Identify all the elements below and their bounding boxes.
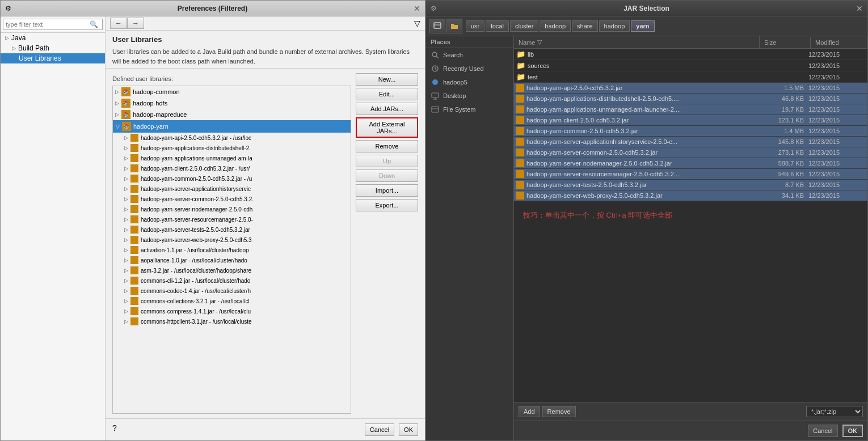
list-item[interactable]: ▷ aopalliance-1.0.jar - /usr/local/clust… [113,255,351,265]
table-row[interactable]: hadoop-yarn-api-2.5.0-cdh5.3.2.jar 1.5 M… [514,83,867,94]
place-recently-used[interactable]: Recently Used [426,62,513,75]
table-row[interactable]: 📁 test 12/23/2015 [514,71,867,83]
toolbar-share-btn[interactable]: share [572,20,598,32]
sidebar-item-java[interactable]: ▷ Java [1,33,105,43]
list-item[interactable]: ▷ activation-1.1.jar - /usr/local/cluste… [113,245,351,255]
place-filesystem[interactable]: File System [426,103,513,116]
toolbar-hadoop-btn[interactable]: hadoop [540,20,571,32]
sidebar-item-buildpath[interactable]: ▷ Build Path [1,43,105,53]
new-button[interactable]: New... [356,73,418,86]
table-row[interactable]: hadoop-yarn-applications-unmanaged-am-la… [514,104,867,115]
up-button[interactable]: Up [356,155,418,167]
list-item[interactable]: ▷ 📚 hadoop-common [113,86,351,97]
table-row[interactable]: hadoop-yarn-client-2.5.0-cdh5.3.2.jar 12… [514,115,867,126]
toolbar-yarn-btn[interactable]: yarn [631,20,654,32]
toolbar-hadoop2-btn[interactable]: hadoop [599,20,630,32]
down-button[interactable]: Down [356,169,418,182]
toolbar-usr-btn[interactable]: usr [466,20,484,32]
svg-rect-0 [434,23,441,28]
remove-button[interactable]: Remove [356,140,418,152]
sidebar-item-userlibraries[interactable]: User Libraries [1,53,105,63]
add-jars-button[interactable]: Add JARs... [356,103,418,115]
edit-button[interactable]: Edit... [356,88,418,100]
filter-input[interactable] [3,19,103,30]
toolbar-icon-btn[interactable] [429,19,445,33]
file-modified: 12/23/2015 [808,138,865,145]
list-item[interactable]: ▷ hadoop-yarn-api-2.5.0-cdh5.3.2.jar - /… [113,133,351,143]
list-item[interactable]: ▷ hadoop-yarn-server-common-2.5.0-cdh5.3… [113,194,351,204]
lib-list[interactable]: ▷ 📚 hadoop-common ▷ 📚 hadoop-hdfs ▷ [112,86,351,414]
folder-icon: 📁 [516,50,525,58]
list-item-hadoop-yarn[interactable]: ▽ 📚 hadoop-yarn [113,120,351,133]
jar-cancel-button[interactable]: Cancel [808,425,837,437]
add-external-jars-button[interactable]: Add External JARs... [356,117,418,138]
jar-footer-buttons: Add Remove [519,406,576,417]
place-search[interactable]: Search [426,48,513,62]
file-list[interactable]: 📁 lib 12/23/2015 📁 sources 12/23/2015 [514,49,867,402]
toolbar-local-btn[interactable]: local [486,20,509,32]
jar-add-button[interactable]: Add [519,406,540,417]
place-hadoop5[interactable]: hadoop5 [426,75,513,89]
file-modified: 12/23/2015 [808,74,865,80]
table-row[interactable]: hadoop-yarn-server-common-2.5.0-cdh5.3.2… [514,147,867,158]
jar-icon [130,266,138,274]
place-desktop[interactable]: Desktop [426,89,513,103]
pref-cancel-button[interactable]: Cancel [365,423,394,436]
table-row[interactable]: 📁 sources 12/23/2015 [514,60,867,71]
expand-arrow: ▷ [124,237,128,243]
pref-ok-button[interactable]: OK [399,423,418,436]
file-modified: 12/23/2015 [808,84,865,91]
jar-titlebar: ⚙ JAR Selection ✕ [426,1,867,16]
list-item[interactable]: ▷ commons-collections-3.2.1.jar - /usr/l… [113,296,351,306]
list-item[interactable]: ▷ commons-compress-1.4.1.jar - /usr/loca… [113,306,351,316]
file-size: 1.5 MB [757,84,808,91]
toolbar-folder-btn[interactable] [446,19,462,33]
list-item[interactable]: ▷ hadoop-yarn-applications-unmanaged-am-… [113,153,351,163]
toolbar-cluster-btn[interactable]: cluster [510,20,538,32]
annotation-area: 技巧：单击其中一个，按 Ctrl+a 即可选中全部 [514,201,867,230]
table-row[interactable]: 📁 lib 12/23/2015 [514,49,867,60]
table-row[interactable]: hadoop-yarn-server-resourcemanager-2.5.0… [514,169,867,180]
list-item[interactable]: ▷ commons-cli-1.2.jar - /usr/local/clust… [113,275,351,286]
list-item[interactable]: ▷ hadoop-yarn-common-2.5.0-cdh5.3.2.jar … [113,173,351,184]
list-item[interactable]: ▷ commons-codec-1.4.jar - /usr/local/clu… [113,286,351,296]
list-item[interactable]: ▷ hadoop-yarn-server-resourcemanager-2.5… [113,214,351,224]
jar-remove-button[interactable]: Remove [542,406,576,417]
list-item[interactable]: ▷ hadoop-yarn-server-tests-2.5.0-cdh5.3.… [113,224,351,235]
list-item[interactable]: ▷ hadoop-yarn-client-2.5.0-cdh5.3.2.jar … [113,163,351,173]
table-row[interactable]: hadoop-yarn-applications-distributedshel… [514,94,867,104]
nav-forward-button[interactable]: → [127,18,144,29]
jar-icon [130,297,138,305]
list-item[interactable]: ▷ hadoop-yarn-server-web-proxy-2.5.0-cdh… [113,235,351,245]
file-size: 8.7 KB [757,181,808,188]
export-button[interactable]: Export... [356,199,418,211]
list-item[interactable]: ▷ hadoop-yarn-server-applicationhistorys… [113,184,351,194]
expand-arrow: ▷ [124,155,128,161]
table-row[interactable]: hadoop-yarn-server-applicationhistoryser… [514,137,867,147]
list-item[interactable]: ▷ asm-3.2.jar - /usr/local/cluster/hadoo… [113,265,351,275]
file-size: 34.1 KB [757,192,808,199]
jar-icon [130,256,138,264]
jar-ok-button[interactable]: OK [842,425,863,437]
file-modified: 12/23/2015 [808,62,865,69]
pref-close-button[interactable]: ✕ [414,4,420,13]
jar-close-button[interactable]: ✕ [856,4,863,13]
lib-name: hadoop-common [133,88,180,95]
list-item[interactable]: ▷ 📚 hadoop-mapreduce [113,109,351,120]
table-row[interactable]: hadoop-yarn-server-nodemanager-2.5.0-cdh… [514,158,867,169]
file-filter-select[interactable]: *.jar;*.zip [806,406,863,417]
list-item[interactable]: ▷ hadoop-yarn-applications-distributedsh… [113,143,351,153]
nav-back-button[interactable]: ← [110,18,127,29]
table-row[interactable]: hadoop-yarn-common-2.5.0-cdh5.3.2.jar 1.… [514,126,867,137]
jar-icon [130,226,138,234]
svg-point-5 [432,79,438,85]
list-item[interactable]: ▷ 📚 hadoop-hdfs [113,97,351,109]
file-modified: 12/23/2015 [808,149,865,156]
import-button[interactable]: Import... [356,184,418,197]
list-item[interactable]: ▷ hadoop-yarn-server-nodemanager-2.5.0-c… [113,204,351,214]
file-name-text: hadoop-yarn-client-2.5.0-cdh5.3.2.jar [526,117,629,124]
table-row[interactable]: hadoop-yarn-server-tests-2.5.0-cdh5.3.2.… [514,180,867,190]
list-item[interactable]: ▷ commons-httpclient-3.1.jar - /usr/loca… [113,316,351,326]
jar-icon [130,175,138,183]
table-row[interactable]: hadoop-yarn-server-web-proxy-2.5.0-cdh5.… [514,190,867,201]
